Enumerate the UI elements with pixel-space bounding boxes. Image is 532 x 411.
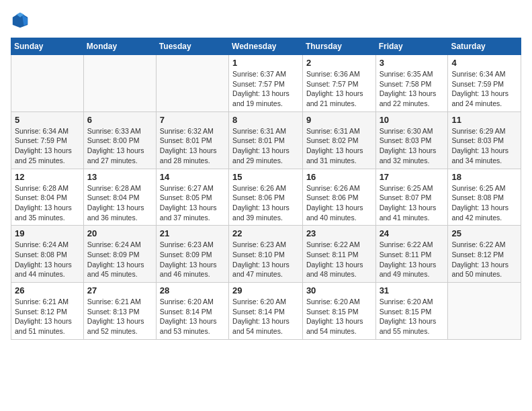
day-info: Sunrise: 6:31 AM Sunset: 8:02 PM Dayligh… bbox=[306, 126, 372, 166]
weekday-row: SundayMondayTuesdayWednesdayThursdayFrid… bbox=[11, 38, 521, 55]
calendar-cell: 20Sunrise: 6:24 AM Sunset: 8:09 PM Dayli… bbox=[83, 226, 156, 283]
calendar-cell: 26Sunrise: 6:21 AM Sunset: 8:12 PM Dayli… bbox=[11, 283, 84, 340]
day-number: 15 bbox=[232, 172, 299, 182]
calendar-cell: 13Sunrise: 6:28 AM Sunset: 8:04 PM Dayli… bbox=[83, 169, 156, 226]
calendar-cell: 25Sunrise: 6:22 AM Sunset: 8:12 PM Dayli… bbox=[448, 226, 521, 283]
calendar-cell: 2Sunrise: 6:36 AM Sunset: 7:57 PM Daylig… bbox=[302, 55, 375, 112]
day-number: 4 bbox=[451, 58, 517, 68]
day-number: 16 bbox=[306, 172, 372, 182]
logo bbox=[11, 11, 34, 30]
day-number: 9 bbox=[306, 115, 372, 125]
day-info: Sunrise: 6:35 AM Sunset: 7:58 PM Dayligh… bbox=[380, 69, 445, 109]
day-info: Sunrise: 6:22 AM Sunset: 8:12 PM Dayligh… bbox=[451, 240, 517, 279]
calendar-table: SundayMondayTuesdayWednesdayThursdayFrid… bbox=[11, 38, 521, 340]
day-number: 19 bbox=[15, 228, 80, 238]
calendar-cell: 8Sunrise: 6:31 AM Sunset: 8:01 PM Daylig… bbox=[229, 111, 303, 169]
day-info: Sunrise: 6:34 AM Sunset: 7:59 PM Dayligh… bbox=[451, 69, 517, 109]
calendar-cell: 29Sunrise: 6:20 AM Sunset: 8:14 PM Dayli… bbox=[229, 283, 303, 340]
day-info: Sunrise: 6:23 AM Sunset: 8:09 PM Dayligh… bbox=[160, 240, 225, 279]
calendar-cell: 21Sunrise: 6:23 AM Sunset: 8:09 PM Dayli… bbox=[156, 226, 228, 283]
day-number: 30 bbox=[306, 285, 372, 295]
day-info: Sunrise: 6:24 AM Sunset: 8:09 PM Dayligh… bbox=[87, 240, 152, 279]
day-number: 11 bbox=[451, 115, 517, 125]
calendar-cell: 3Sunrise: 6:35 AM Sunset: 7:58 PM Daylig… bbox=[375, 55, 448, 112]
day-number: 22 bbox=[232, 228, 299, 238]
day-number: 20 bbox=[87, 228, 152, 238]
day-number: 5 bbox=[15, 115, 80, 125]
day-info: Sunrise: 6:20 AM Sunset: 8:15 PM Dayligh… bbox=[380, 297, 445, 336]
calendar-cell: 5Sunrise: 6:34 AM Sunset: 7:59 PM Daylig… bbox=[11, 111, 84, 169]
day-info: Sunrise: 6:24 AM Sunset: 8:08 PM Dayligh… bbox=[15, 240, 80, 279]
day-info: Sunrise: 6:26 AM Sunset: 8:06 PM Dayligh… bbox=[232, 183, 299, 223]
calendar-week-4: 19Sunrise: 6:24 AM Sunset: 8:08 PM Dayli… bbox=[11, 226, 521, 283]
calendar-cell: 30Sunrise: 6:20 AM Sunset: 8:15 PM Dayli… bbox=[302, 283, 375, 340]
calendar-cell: 16Sunrise: 6:26 AM Sunset: 8:06 PM Dayli… bbox=[302, 169, 375, 226]
calendar-header: SundayMondayTuesdayWednesdayThursdayFrid… bbox=[11, 38, 521, 55]
calendar-cell: 19Sunrise: 6:24 AM Sunset: 8:08 PM Dayli… bbox=[11, 226, 84, 283]
day-number: 26 bbox=[15, 285, 80, 295]
day-info: Sunrise: 6:29 AM Sunset: 8:03 PM Dayligh… bbox=[451, 126, 517, 166]
calendar-cell bbox=[156, 55, 228, 112]
day-number: 1 bbox=[232, 58, 299, 68]
calendar-cell: 18Sunrise: 6:25 AM Sunset: 8:08 PM Dayli… bbox=[448, 169, 521, 226]
day-number: 10 bbox=[380, 115, 445, 125]
day-number: 31 bbox=[380, 285, 445, 295]
day-number: 23 bbox=[306, 228, 372, 238]
header bbox=[11, 11, 521, 30]
calendar-week-5: 26Sunrise: 6:21 AM Sunset: 8:12 PM Dayli… bbox=[11, 283, 521, 340]
day-info: Sunrise: 6:20 AM Sunset: 8:14 PM Dayligh… bbox=[232, 297, 299, 336]
day-number: 6 bbox=[87, 115, 152, 125]
calendar-cell: 1Sunrise: 6:37 AM Sunset: 7:57 PM Daylig… bbox=[229, 55, 303, 112]
calendar-body: 1Sunrise: 6:37 AM Sunset: 7:57 PM Daylig… bbox=[11, 55, 521, 340]
logo-icon bbox=[11, 11, 30, 30]
day-info: Sunrise: 6:25 AM Sunset: 8:08 PM Dayligh… bbox=[451, 183, 517, 223]
calendar-cell: 22Sunrise: 6:23 AM Sunset: 8:10 PM Dayli… bbox=[229, 226, 303, 283]
day-info: Sunrise: 6:37 AM Sunset: 7:57 PM Dayligh… bbox=[232, 69, 299, 109]
day-info: Sunrise: 6:23 AM Sunset: 8:10 PM Dayligh… bbox=[232, 240, 299, 279]
day-info: Sunrise: 6:28 AM Sunset: 8:04 PM Dayligh… bbox=[15, 183, 80, 223]
weekday-header-tuesday: Tuesday bbox=[156, 38, 228, 55]
calendar-cell bbox=[11, 55, 84, 112]
calendar-cell: 12Sunrise: 6:28 AM Sunset: 8:04 PM Dayli… bbox=[11, 169, 84, 226]
calendar-cell: 11Sunrise: 6:29 AM Sunset: 8:03 PM Dayli… bbox=[448, 111, 521, 169]
day-number: 24 bbox=[380, 228, 445, 238]
calendar-cell: 10Sunrise: 6:30 AM Sunset: 8:03 PM Dayli… bbox=[375, 111, 448, 169]
day-info: Sunrise: 6:20 AM Sunset: 8:15 PM Dayligh… bbox=[306, 297, 372, 336]
day-number: 8 bbox=[232, 115, 299, 125]
calendar-cell: 7Sunrise: 6:32 AM Sunset: 8:01 PM Daylig… bbox=[156, 111, 228, 169]
calendar-cell: 6Sunrise: 6:33 AM Sunset: 8:00 PM Daylig… bbox=[83, 111, 156, 169]
day-number: 29 bbox=[232, 285, 299, 295]
day-number: 18 bbox=[451, 172, 517, 182]
day-info: Sunrise: 6:26 AM Sunset: 8:06 PM Dayligh… bbox=[306, 183, 372, 223]
calendar-cell: 27Sunrise: 6:21 AM Sunset: 8:13 PM Dayli… bbox=[83, 283, 156, 340]
calendar-cell: 9Sunrise: 6:31 AM Sunset: 8:02 PM Daylig… bbox=[302, 111, 375, 169]
calendar-cell: 14Sunrise: 6:27 AM Sunset: 8:05 PM Dayli… bbox=[156, 169, 228, 226]
day-info: Sunrise: 6:22 AM Sunset: 8:11 PM Dayligh… bbox=[306, 240, 372, 279]
day-number: 17 bbox=[380, 172, 445, 182]
weekday-header-wednesday: Wednesday bbox=[229, 38, 303, 55]
weekday-header-friday: Friday bbox=[375, 38, 448, 55]
weekday-header-saturday: Saturday bbox=[448, 38, 521, 55]
calendar-cell bbox=[448, 283, 521, 340]
calendar-cell: 31Sunrise: 6:20 AM Sunset: 8:15 PM Dayli… bbox=[375, 283, 448, 340]
day-info: Sunrise: 6:27 AM Sunset: 8:05 PM Dayligh… bbox=[160, 183, 225, 223]
calendar-week-2: 5Sunrise: 6:34 AM Sunset: 7:59 PM Daylig… bbox=[11, 111, 521, 169]
day-info: Sunrise: 6:20 AM Sunset: 8:14 PM Dayligh… bbox=[160, 297, 225, 336]
calendar-week-3: 12Sunrise: 6:28 AM Sunset: 8:04 PM Dayli… bbox=[11, 169, 521, 226]
day-number: 13 bbox=[87, 172, 152, 182]
day-number: 12 bbox=[15, 172, 80, 182]
day-info: Sunrise: 6:22 AM Sunset: 8:11 PM Dayligh… bbox=[380, 240, 445, 279]
day-number: 25 bbox=[451, 228, 517, 238]
calendar-cell: 17Sunrise: 6:25 AM Sunset: 8:07 PM Dayli… bbox=[375, 169, 448, 226]
day-number: 7 bbox=[160, 115, 225, 125]
weekday-header-monday: Monday bbox=[83, 38, 156, 55]
day-number: 27 bbox=[87, 285, 152, 295]
day-info: Sunrise: 6:34 AM Sunset: 7:59 PM Dayligh… bbox=[15, 126, 80, 166]
calendar-cell: 23Sunrise: 6:22 AM Sunset: 8:11 PM Dayli… bbox=[302, 226, 375, 283]
weekday-header-sunday: Sunday bbox=[11, 38, 84, 55]
calendar-week-1: 1Sunrise: 6:37 AM Sunset: 7:57 PM Daylig… bbox=[11, 55, 521, 112]
calendar-cell: 4Sunrise: 6:34 AM Sunset: 7:59 PM Daylig… bbox=[448, 55, 521, 112]
day-number: 28 bbox=[160, 285, 225, 295]
day-number: 2 bbox=[306, 58, 372, 68]
day-number: 3 bbox=[380, 58, 445, 68]
